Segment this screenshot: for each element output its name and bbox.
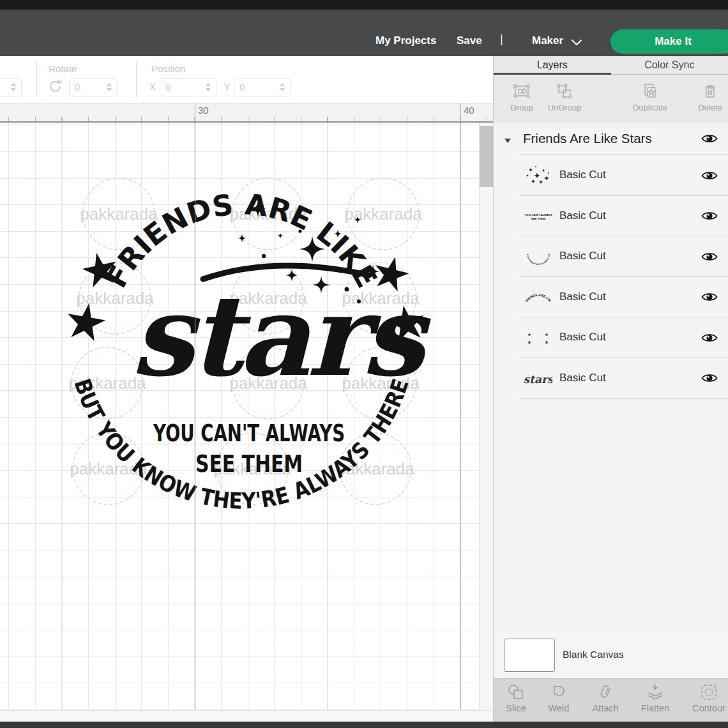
panel-tabs: Layers Color Sync [494,56,728,75]
eye-icon[interactable] [701,170,718,181]
toolbar-divider [136,62,137,98]
size-input[interactable] [0,82,8,93]
layer-thumbnail-stars-script: stars [524,365,552,393]
duplicate-icon [628,82,672,100]
position-y-field[interactable] [234,78,291,96]
browser-top-strip [0,0,728,10]
ruler-number-40: 40 [464,105,474,116]
position-x-stepper[interactable] [203,83,213,91]
nav-save[interactable]: Save [457,34,482,47]
design-center-line2: SEE THEM [195,450,303,478]
flatten-icon [635,683,675,702]
chevron-down-icon[interactable] [572,40,582,45]
machine-selector[interactable]: Maker [532,34,563,47]
group-icon [504,82,540,100]
svg-text:FRIENDS ARE LIKE: FRIENDS ARE LIKE [524,284,552,303]
design-script-word: stars [131,266,431,401]
rotate-stepper[interactable] [104,83,114,91]
attach-button[interactable]: Attach [587,683,624,713]
layer-row-corner-stars[interactable]: Basic Cut [494,317,728,358]
horizontal-scrollbar-track[interactable] [0,710,493,722]
rotate-input[interactable] [70,82,104,93]
eye-icon[interactable] [701,133,718,144]
layers-panel: Layers Color Sync Group [493,56,728,722]
layer-row-bottom-arc[interactable]: BUT YOU KNOW THEY'RE ALWAYS THERE Basic … [494,236,728,277]
eye-icon[interactable] [701,251,718,262]
design-center-line1: YOU CAN'T ALWAYS [153,420,345,447]
layer-thumbnail-sparkles [524,162,552,190]
blank-canvas-row[interactable]: Blank Canvas [494,632,728,678]
ungroup-button[interactable]: UnGroup [545,82,584,112]
horizontal-ruler: 30 40 [0,103,493,123]
position-y-label: Y [224,81,231,92]
collapse-triangle-icon[interactable] [504,138,512,144]
svg-text:stars: stars [131,270,431,401]
grid-major-line [460,123,461,710]
edit-toolbar: Rotate Position X Y [0,56,493,103]
layer-row-top-arc[interactable]: FRIENDS ARE LIKE Basic Cut [494,277,728,318]
position-y-input[interactable] [234,82,277,93]
eye-icon[interactable] [701,210,718,222]
design-canvas[interactable]: pakkarada FRI [0,123,493,710]
rotate-field[interactable] [69,78,118,96]
layer-thumbnail-bottom-arc: BUT YOU KNOW THEY'RE ALWAYS THERE [524,243,552,271]
duplicate-button[interactable]: Duplicate [628,82,672,112]
position-x-input[interactable] [160,82,203,93]
layer-thumbnail-top-arc: FRIENDS ARE LIKE [524,284,552,312]
svg-text:BUT YOU KNOW THEY'RE ALWAYS TH: BUT YOU KNOW THEY'RE ALWAYS THERE [524,244,550,266]
slice-button[interactable]: Slice [500,683,532,713]
weld-button[interactable]: Weld [542,683,575,713]
svg-text:stars: stars [524,373,552,386]
ungroup-icon [545,82,584,100]
window-bottom-strip [0,722,728,728]
nav-separator: | [500,33,503,46]
bottom-toolsbar: Slice Weld Attach [494,678,728,722]
svg-text:SEE THEM: SEE THEM [531,217,546,220]
weld-icon [542,683,575,702]
rotate-label: Rotate [49,63,77,74]
canvas-color-swatch[interactable] [504,639,555,672]
layer-thumbnail-corner-stars [524,324,552,352]
ruler-major-tick [195,103,195,121]
size-field-partial[interactable] [0,78,22,96]
toolbar-divider [36,62,37,98]
vertical-scrollbar-track[interactable] [479,123,493,710]
layer-row-small-text[interactable]: YOU CAN'T ALWAYS SEE THEM Basic Cut [494,196,728,237]
blank-canvas-label: Blank Canvas [563,649,624,660]
layer-actions: Group UnGroup [494,75,728,123]
rotate-icon[interactable] [47,78,64,95]
eye-icon[interactable] [701,291,718,303]
svg-text:YOU CAN'T ALWAYS: YOU CAN'T ALWAYS [524,213,552,216]
position-x-label: X [149,81,156,92]
vertical-scrollbar-thumb[interactable] [480,126,493,187]
slice-icon [500,683,532,702]
tab-layers[interactable]: Layers [494,56,611,74]
position-y-stepper[interactable] [277,83,287,91]
attach-icon [587,683,624,702]
layer-group-header[interactable]: Friends Are Like Stars [494,123,728,155]
top-navbar: My Projects Save | Maker Make It [0,10,728,56]
layer-row-sparkles[interactable]: Basic Cut [494,155,728,196]
group-button[interactable]: Group [504,82,540,112]
contour-button[interactable]: Contour [688,683,728,713]
layer-group-title: Friends Are Like Stars [523,131,652,146]
tab-color-sync[interactable]: Color Sync [611,56,728,74]
eye-icon[interactable] [701,332,718,344]
eye-icon[interactable] [701,372,718,384]
design-artwork[interactable]: pakkarada FRI [0,123,493,710]
ruler-number-30: 30 [198,105,209,116]
delete-button[interactable]: Delete [695,82,725,112]
layer-row-stars-script[interactable]: stars Basic Cut [494,358,728,399]
size-stepper[interactable] [8,83,18,91]
layers-list: Friends Are Like Stars [494,123,728,398]
position-label: Position [151,63,185,74]
ruler-major-tick [460,103,461,121]
make-it-button[interactable]: Make It [610,29,728,54]
layer-thumbnail-small-text: YOU CAN'T ALWAYS SEE THEM [524,202,552,231]
nav-my-projects[interactable]: My Projects [375,34,436,47]
grid-major-line [195,123,195,710]
position-x-field[interactable] [160,78,216,96]
trash-icon [695,82,725,100]
flatten-button[interactable]: Flatten [635,683,675,713]
app-window: My Projects Save | Maker Make It Rotate … [0,0,728,728]
